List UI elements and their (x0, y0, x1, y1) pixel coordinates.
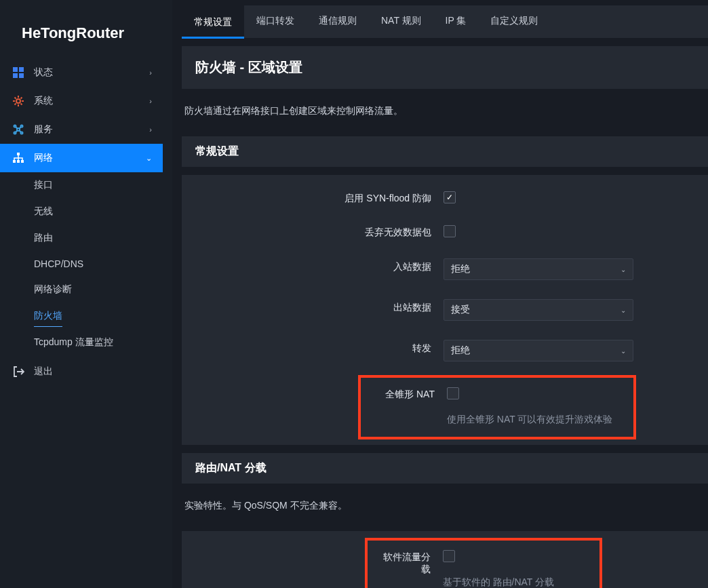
svg-rect-13 (21, 160, 24, 163)
section-offload-body: 软件流量分载 基于软件的 路由/NAT 分载 (182, 531, 708, 588)
software-offload-checkbox[interactable] (443, 550, 455, 562)
svg-rect-12 (17, 160, 20, 163)
section-general-header: 常规设置 (182, 136, 708, 167)
sidebar-subitem-routing[interactable]: 路由 (0, 225, 163, 252)
sidebar-item-label: 退出 (34, 366, 152, 378)
section-title: 路由/NAT 分载 (195, 461, 694, 475)
fullcone-checkbox[interactable] (447, 387, 459, 399)
output-label: 出站数据 (195, 299, 444, 314)
syn-flood-checkbox[interactable] (444, 191, 456, 203)
page-title: 防火墙 - 区域设置 (195, 58, 694, 77)
forward-select-value: 拒绝 (451, 345, 470, 357)
sidebar-item-network[interactable]: 网络 ⌄ (0, 144, 163, 172)
software-offload-label: 软件流量分载 (374, 549, 443, 576)
row-output: 出站数据 接受 ⌄ (195, 290, 694, 330)
forward-select[interactable]: 拒绝 ⌄ (444, 340, 633, 361)
sidebar-item-label: 服务 (34, 123, 149, 136)
sidebar-item-status[interactable]: 状态 › (0, 58, 163, 87)
sidebar-item-label: 网络 (34, 152, 146, 164)
output-select-value: 接受 (451, 304, 470, 316)
svg-rect-1 (19, 67, 24, 72)
highlight-fullcone-nat: 全锥形 NAT 使用全锥形 NAT 可以有效提升游戏体验 (358, 375, 636, 439)
tab-ip-sets[interactable]: IP 集 (433, 5, 479, 38)
row-software-offload: 软件流量分载 基于软件的 路由/NAT 分载 (374, 545, 593, 588)
drop-invalid-checkbox[interactable] (444, 225, 456, 237)
section-offload-header: 路由/NAT 分载 (182, 453, 708, 484)
page-description: 防火墙通过在网络接口上创建区域来控制网络流量。 (182, 97, 708, 128)
status-icon (12, 66, 24, 79)
tab-general[interactable]: 常规设置 (182, 5, 244, 38)
svg-rect-11 (13, 160, 16, 163)
row-syn-flood: 启用 SYN-flood 防御 (195, 180, 694, 214)
chevron-down-icon: ⌄ (621, 266, 626, 273)
sidebar-subitem-interfaces[interactable]: 接口 (0, 172, 163, 199)
sidebar-subitem-tcpdump[interactable]: Tcpdump 流量监控 (0, 330, 163, 356)
tabs-bar: 常规设置 端口转发 通信规则 NAT 规则 IP 集 自定义规则 (182, 5, 708, 38)
sidebar-subitem-firewall[interactable]: 防火墙 (34, 303, 62, 327)
sidebar-subitem-dhcp-dns[interactable]: DHCP/DNS (0, 252, 163, 277)
output-select[interactable]: 接受 ⌄ (444, 299, 633, 321)
sidebar: HeTongRouter 状态 › 系统 › 服务 › 网络 ⌄ 接口 无线 路… (0, 0, 163, 588)
drop-invalid-label: 丢弃无效数据包 (195, 224, 444, 239)
svg-rect-2 (13, 73, 18, 78)
section-title: 常规设置 (195, 144, 694, 159)
fullcone-label: 全锥形 NAT (368, 386, 447, 401)
gear-icon (12, 95, 24, 107)
tab-nat-rules[interactable]: NAT 规则 (369, 5, 433, 38)
tab-traffic-rules[interactable]: 通信规则 (307, 5, 369, 38)
sidebar-subitem-diagnostics[interactable]: 网络诊断 (0, 277, 163, 303)
chevron-down-icon: ⌄ (621, 307, 626, 314)
logout-icon (12, 366, 24, 378)
fullcone-hint: 使用全锥形 NAT 可以有效提升游戏体验 (447, 414, 627, 426)
input-select-value: 拒绝 (451, 263, 470, 275)
row-fullcone: 全锥形 NAT 使用全锥形 NAT 可以有效提升游戏体验 (368, 382, 627, 430)
svg-rect-0 (13, 67, 18, 72)
network-icon (12, 152, 24, 164)
input-select[interactable]: 拒绝 ⌄ (444, 258, 633, 280)
page-title-panel: 防火墙 - 区域设置 (182, 46, 708, 89)
chevron-right-icon: › (149, 97, 152, 105)
input-label: 入站数据 (195, 258, 444, 273)
sidebar-item-label: 状态 (34, 66, 149, 79)
row-drop-invalid: 丢弃无效数据包 (195, 214, 694, 249)
svg-rect-3 (19, 73, 24, 78)
chevron-down-icon: ⌄ (146, 154, 152, 163)
offload-description: 实验特性。与 QoS/SQM 不完全兼容。 (182, 492, 708, 523)
svg-point-4 (16, 99, 20, 103)
sidebar-item-logout[interactable]: 退出 (0, 356, 163, 387)
main-content: 常规设置 端口转发 通信规则 NAT 规则 IP 集 自定义规则 防火墙 - 区… (172, 0, 708, 588)
sidebar-subitem-wireless[interactable]: 无线 (0, 199, 163, 225)
section-general-body: 启用 SYN-flood 防御 丢弃无效数据包 入站数据 拒绝 ⌄ 出站数据 (182, 175, 708, 445)
tab-custom-rules[interactable]: 自定义规则 (478, 5, 550, 38)
forward-label: 转发 (195, 340, 444, 355)
highlight-software-offload: 软件流量分载 基于软件的 路由/NAT 分载 (365, 538, 602, 588)
tab-port-forward[interactable]: 端口转发 (244, 5, 307, 38)
row-input: 入站数据 拒绝 ⌄ (195, 249, 694, 290)
services-icon (12, 123, 24, 136)
syn-flood-label: 启用 SYN-flood 防御 (195, 190, 444, 205)
row-forward: 转发 拒绝 ⌄ (195, 330, 694, 371)
svg-rect-10 (17, 153, 20, 155)
sidebar-item-system[interactable]: 系统 › (0, 87, 163, 115)
sidebar-item-label: 系统 (34, 95, 149, 107)
software-offload-hint: 基于软件的 路由/NAT 分载 (443, 576, 593, 588)
sidebar-subitems: 接口 无线 路由 DHCP/DNS 网络诊断 防火墙 Tcpdump 流量监控 (0, 172, 163, 356)
chevron-right-icon: › (149, 68, 152, 77)
chevron-right-icon: › (149, 125, 152, 134)
brand-title: HeTongRouter (0, 0, 163, 58)
chevron-down-icon: ⌄ (621, 347, 626, 355)
sidebar-item-services[interactable]: 服务 › (0, 115, 163, 144)
